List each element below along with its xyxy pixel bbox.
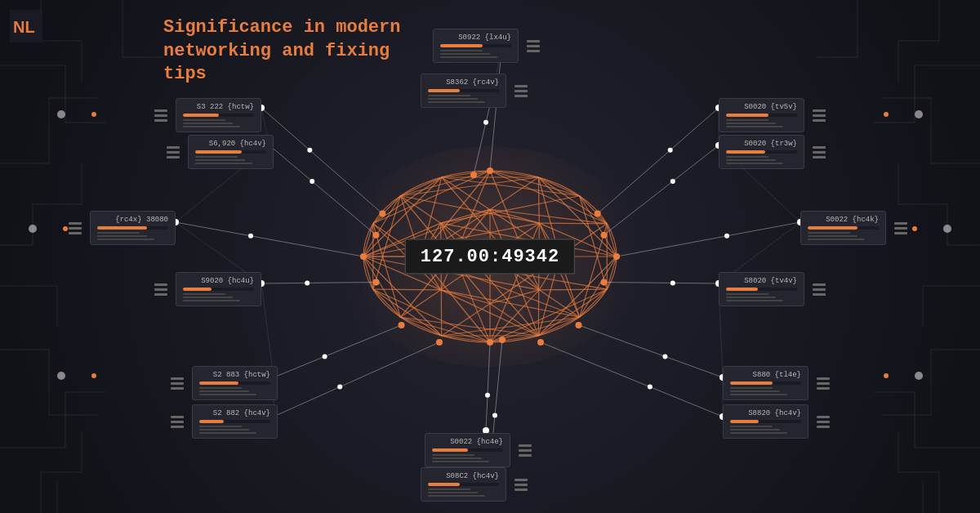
node-label-bot-right-1: S880 {tl4e} bbox=[730, 371, 801, 379]
title-line1: Significance in modern bbox=[163, 16, 433, 40]
node-icon-top-left-1 bbox=[151, 106, 171, 125]
node-label-bot-right-2: S8820 {hc4v} bbox=[730, 409, 801, 417]
node-icon-top-left-2 bbox=[163, 143, 183, 162]
node-label-mid-left-2: S9020 {hc4u} bbox=[183, 277, 254, 285]
node-card-top-left-1: S3 222 {hctw} bbox=[151, 98, 261, 132]
node-label-top-center-1: S0922 {lx4u} bbox=[440, 33, 511, 42]
node-label-bot-left-2: S2 882 {hc4v} bbox=[199, 409, 270, 417]
node-icon-bot-right-1 bbox=[813, 374, 833, 393]
node-card-bot-left-2: S2 882 {hc4v} bbox=[167, 404, 278, 439]
node-label-top-left-2: S6,920 {hc4v} bbox=[195, 140, 266, 148]
node-card-bot-center-2: S08C2 {hc4v} bbox=[421, 467, 531, 502]
main-title: Significance in modern networking and fi… bbox=[163, 16, 433, 87]
node-card-mid-right: S0022 {hc4k} bbox=[800, 211, 911, 245]
node-icon-mid-right-2 bbox=[809, 280, 829, 299]
node-icon-bot-center-2 bbox=[511, 475, 531, 494]
logo: NL bbox=[10, 10, 42, 42]
center-address: 127.00:49342 bbox=[405, 239, 575, 274]
node-card-bot-left-1: S2 883 {hctw} bbox=[167, 366, 278, 400]
node-icon-top-center-2 bbox=[511, 82, 531, 100]
node-icon-top-right-1 bbox=[809, 106, 829, 125]
node-card-top-center-1: S0922 {lx4u} bbox=[433, 29, 543, 63]
node-card-mid-left: 38080 {rc4x} bbox=[65, 211, 176, 245]
node-card-bot-right-1: S880 {tl4e} bbox=[723, 366, 833, 400]
node-label-mid-right-2: S8020 {tv4v} bbox=[726, 277, 797, 285]
svg-text:NL: NL bbox=[13, 18, 35, 36]
node-card-top-right-1: S0020 {tv5v} bbox=[719, 98, 829, 132]
node-label-bot-left-1: S2 883 {hctw} bbox=[199, 371, 270, 379]
node-card-top-left-2: S6,920 {hc4v} bbox=[163, 135, 274, 169]
node-card-bot-right-2: S8820 {hc4v} bbox=[723, 404, 833, 439]
node-icon-mid-left-2 bbox=[151, 280, 171, 299]
node-label-bot-center-2: S08C2 {hc4v} bbox=[428, 472, 499, 480]
node-icon-bot-center-1 bbox=[515, 441, 535, 460]
title-line2: networking and fixing tips bbox=[163, 40, 433, 87]
node-card-mid-left-2: S9020 {hc4u} bbox=[151, 272, 261, 306]
node-label-top-left-1: S3 222 {hctw} bbox=[183, 103, 254, 111]
node-icon-top-right-2 bbox=[809, 143, 829, 162]
node-icon-top-center-1 bbox=[523, 37, 543, 56]
node-card-top-right-2: S0020 {tr3w} bbox=[719, 135, 829, 169]
node-label-top-center-2: S8362 {rc4v} bbox=[428, 78, 499, 87]
node-icon-mid-left bbox=[65, 219, 85, 238]
node-label-mid-left: 38080 {rc4x} bbox=[97, 216, 168, 224]
node-label-top-right-2: S0020 {tr3w} bbox=[726, 140, 797, 148]
node-icon-mid-right bbox=[891, 219, 911, 238]
node-label-mid-right: S0022 {hc4k} bbox=[808, 216, 879, 224]
node-icon-bot-right-2 bbox=[813, 413, 833, 431]
node-icon-bot-left-1 bbox=[167, 374, 187, 393]
node-card-mid-right-2: S8020 {tv4v} bbox=[719, 272, 829, 306]
node-label-bot-center-1: S0022 {hc4e} bbox=[432, 438, 503, 446]
node-icon-bot-left-2 bbox=[167, 413, 187, 431]
node-label-top-right-1: S0020 {tv5v} bbox=[726, 103, 797, 111]
node-card-top-center-2: S8362 {rc4v} bbox=[421, 74, 531, 108]
node-card-bot-center-1: S0022 {hc4e} bbox=[425, 433, 535, 467]
